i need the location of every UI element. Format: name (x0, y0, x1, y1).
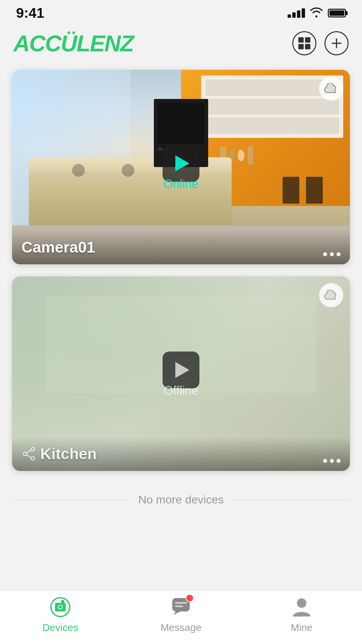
plus-icon (330, 37, 343, 50)
grid-icon (298, 37, 310, 49)
play-icon-kitchen (175, 362, 189, 378)
wifi-icon (310, 6, 323, 20)
camera-more-menu-kitchen[interactable] (323, 459, 341, 463)
cloud-storage-button-kitchen[interactable] (319, 283, 343, 307)
camera-name-camera01: Camera01 (21, 238, 95, 256)
play-icon (175, 155, 189, 171)
svg-rect-9 (175, 605, 183, 607)
camera-name-kitchen: Kitchen (21, 445, 97, 463)
dot3 (337, 459, 341, 463)
divider-left (12, 499, 130, 500)
play-button-camera01[interactable] (163, 145, 199, 182)
no-more-devices-section: No more devices (12, 483, 350, 516)
cloud-icon (324, 83, 339, 94)
share-icon (21, 446, 36, 461)
camera-card-camera01[interactable]: Online Camera01 (12, 70, 350, 264)
play-button-kitchen[interactable] (163, 352, 199, 388)
nav-mine[interactable]: Mine (241, 595, 362, 633)
status-icons (288, 6, 346, 20)
battery-icon (328, 9, 346, 17)
header-actions (292, 31, 349, 55)
cloud-icon-kitchen (324, 290, 339, 301)
no-more-devices-label: No more devices (138, 493, 224, 506)
svg-point-10 (297, 598, 306, 608)
dot3 (337, 252, 341, 256)
svg-rect-8 (175, 602, 187, 604)
profile-icon (292, 596, 312, 618)
divider-right (232, 499, 350, 500)
camera-status-offline: Offline (164, 384, 198, 398)
svg-point-3 (23, 452, 26, 455)
camera-card-bottom: Camera01 (12, 230, 350, 264)
camera-card-bottom-kitchen: Kitchen (12, 437, 350, 471)
dot1 (323, 252, 327, 256)
status-time: 9:41 (16, 5, 44, 21)
app-logo: ACCÜLENZ (13, 30, 133, 56)
app-header: ACCÜLENZ (0, 23, 362, 63)
dot1 (323, 459, 327, 463)
camera-more-menu-camera01[interactable] (323, 252, 341, 256)
dot2 (330, 459, 334, 463)
svg-line-6 (26, 455, 31, 458)
svg-point-4 (31, 457, 35, 460)
add-device-button[interactable] (324, 31, 349, 55)
nav-message-label: Message (161, 622, 201, 633)
camera-card-kitchen[interactable]: Offline Kitchen (12, 276, 350, 471)
nav-devices-label: Devices (43, 622, 78, 633)
message-icon-wrap (169, 595, 193, 619)
shelf (215, 138, 343, 173)
nav-message[interactable]: Message (121, 595, 241, 633)
nav-devices[interactable]: Devices (0, 595, 121, 633)
nav-mine-label: Mine (291, 622, 312, 633)
devices-icon-wrap (48, 595, 72, 619)
signal-icon (288, 8, 305, 18)
message-badge (186, 594, 194, 602)
svg-point-2 (31, 447, 35, 451)
main-content: Online Camera01 (0, 63, 362, 590)
grid-view-button[interactable] (292, 31, 316, 55)
bar-stools (283, 177, 323, 204)
svg-line-5 (26, 450, 31, 453)
camera-status-online: Online (164, 177, 198, 191)
mine-icon-wrap (290, 595, 314, 619)
cloud-storage-button[interactable] (319, 76, 343, 101)
status-bar: 9:41 (0, 0, 362, 23)
bottom-navigation: Devices Message Mine (0, 590, 362, 644)
dot2 (330, 252, 334, 256)
devices-icon (50, 597, 70, 617)
